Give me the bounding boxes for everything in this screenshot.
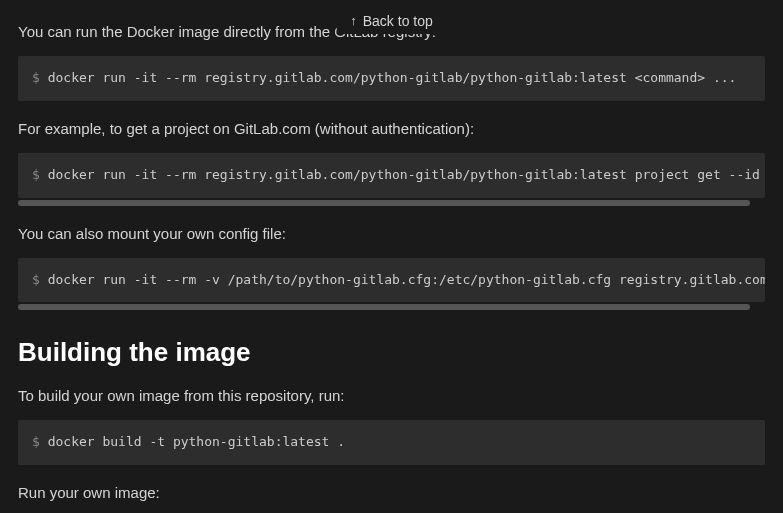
code-text: docker run -it --rm registry.gitlab.com/… (48, 70, 737, 85)
shell-prompt: $ (32, 70, 48, 85)
code-text: docker run -it --rm registry.gitlab.com/… (48, 167, 765, 182)
paragraph-build: To build your own image from this reposi… (18, 384, 765, 408)
code-block: $ docker run -it --rm registry.gitlab.co… (18, 56, 765, 101)
back-to-top-label: Back to top (363, 10, 433, 32)
code-block: $ docker run -it --rm -v /path/to/python… (18, 258, 765, 311)
code-run-project[interactable]: $ docker run -it --rm registry.gitlab.co… (18, 153, 765, 198)
back-to-top-button[interactable]: ↑ Back to top (336, 8, 447, 34)
arrow-up-icon: ↑ (350, 11, 357, 32)
code-block: $ docker run -it --rm registry.gitlab.co… (18, 153, 765, 206)
shell-prompt: $ (32, 272, 48, 287)
code-run-registry[interactable]: $ docker run -it --rm registry.gitlab.co… (18, 56, 765, 101)
paragraph-mount: You can also mount your own config file: (18, 222, 765, 246)
paragraph-example: For example, to get a project on GitLab.… (18, 117, 765, 141)
code-text: docker build -t python-gitlab:latest . (48, 434, 345, 449)
horizontal-scrollbar[interactable] (18, 200, 750, 206)
paragraph-run-own: Run your own image: (18, 481, 765, 505)
shell-prompt: $ (32, 167, 48, 182)
heading-building: Building the image (18, 332, 765, 374)
code-block: $ docker build -t python-gitlab:latest . (18, 420, 765, 465)
code-run-mount[interactable]: $ docker run -it --rm -v /path/to/python… (18, 258, 765, 303)
doc-content: You can run the Docker image directly fr… (0, 0, 783, 513)
horizontal-scrollbar[interactable] (18, 304, 750, 310)
code-text: docker run -it --rm -v /path/to/python-g… (48, 272, 765, 287)
shell-prompt: $ (32, 434, 48, 449)
code-build[interactable]: $ docker build -t python-gitlab:latest . (18, 420, 765, 465)
